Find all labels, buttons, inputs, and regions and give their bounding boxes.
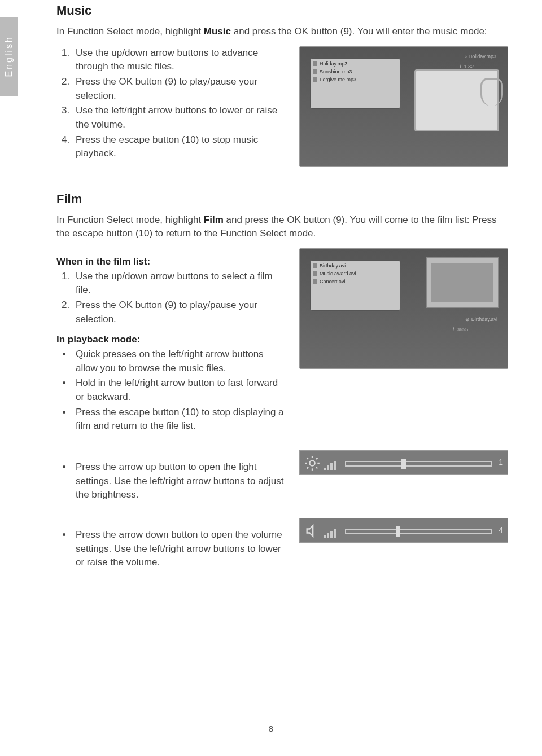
brightness-slider: 1 bbox=[299, 450, 508, 475]
step: Use the left/right arrow buttons to lowe… bbox=[72, 104, 288, 131]
film-screenshot-col: Birthday.avi Music award.avi Concert.avi… bbox=[299, 248, 508, 369]
page-number: 8 bbox=[0, 724, 542, 733]
slider-thumb bbox=[396, 526, 400, 537]
svg-line-5 bbox=[307, 458, 308, 459]
file-list-panel: Birthday.avi Music award.avi Concert.avi bbox=[310, 260, 400, 311]
film-preview bbox=[426, 257, 499, 308]
text: 3655 bbox=[457, 327, 468, 332]
bullet: Press the arrow up button to open the li… bbox=[72, 460, 288, 502]
volume-text: Press the arrow down button to open the … bbox=[56, 518, 288, 571]
bullet: Press the arrow down button to open the … bbox=[72, 528, 288, 570]
list-item: Concert.avi bbox=[311, 278, 400, 285]
brightness-icon bbox=[304, 455, 320, 471]
text-bold: Film bbox=[204, 214, 224, 225]
svg-line-8 bbox=[316, 458, 317, 459]
step: Use the up/down arrow buttons to advance… bbox=[72, 46, 288, 74]
svg-line-6 bbox=[316, 467, 317, 468]
film-screenshot: Birthday.avi Music award.avi Concert.avi… bbox=[299, 248, 508, 369]
music-steps: Use the up/down arrow buttons to advance… bbox=[56, 46, 288, 161]
volume-slider-col: 4 bbox=[299, 518, 508, 543]
list-item: Forgive me.mp3 bbox=[311, 76, 400, 83]
slider-track bbox=[345, 461, 492, 467]
level-bars bbox=[324, 529, 336, 538]
playing-file-title: ⊕ Birthday.avi bbox=[465, 317, 497, 322]
volume-slider: 4 bbox=[299, 518, 508, 543]
bullet: Press the escape button (10) to stop dis… bbox=[72, 406, 288, 433]
step: Press the OK button (9) to play/pause yo… bbox=[72, 75, 288, 103]
text: 1.32 bbox=[464, 64, 474, 69]
music-section: Music In Function Select mode, highlight… bbox=[56, 3, 508, 167]
text: and press the OK button (9). You will en… bbox=[231, 26, 487, 37]
list-item: Sunshine.mp3 bbox=[311, 68, 400, 76]
slider-track bbox=[345, 529, 492, 534]
film-section: Film In Function Select mode, highlight … bbox=[56, 192, 508, 571]
brightness-bullet-list: Press the arrow up button to open the li… bbox=[56, 460, 288, 502]
svg-point-0 bbox=[309, 460, 314, 465]
file-list-panel: Holiday.mp3 Sunshine.mp3 Forgive me.mp3 bbox=[310, 58, 400, 109]
list-item: Music award.avi bbox=[311, 270, 400, 278]
bullet: Hold in the left/right arrow button to f… bbox=[72, 376, 288, 404]
playback-bullets: Quick presses on the left/right arrow bu… bbox=[56, 348, 288, 433]
svg-line-7 bbox=[307, 467, 308, 468]
brightness-row: Press the arrow up button to open the li… bbox=[56, 450, 508, 503]
volume-row: Press the arrow down button to open the … bbox=[56, 518, 508, 571]
playback-heading: In playback mode: bbox=[56, 334, 288, 345]
film-list-steps: Use the up/down arrow buttons to select … bbox=[56, 270, 288, 327]
text: In Function Select mode, highlight bbox=[56, 214, 204, 225]
music-row: Use the up/down arrow buttons to advance… bbox=[56, 46, 508, 167]
film-heading: Film bbox=[56, 192, 508, 206]
music-intro: In Function Select mode, highlight Music… bbox=[56, 25, 508, 38]
brightness-text: Press the arrow up button to open the li… bbox=[56, 450, 288, 503]
film-list-heading: When in the film list: bbox=[56, 256, 288, 267]
music-heading: Music bbox=[56, 3, 508, 18]
brightness-value: 1 bbox=[499, 458, 503, 467]
text-bold: Music bbox=[204, 26, 231, 37]
volume-bullet-list: Press the arrow down button to open the … bbox=[56, 528, 288, 570]
list-item: Birthday.avi bbox=[311, 262, 400, 270]
step: Use the up/down arrow buttons to select … bbox=[72, 270, 288, 297]
text: In Function Select mode, highlight bbox=[56, 26, 204, 37]
level-bars bbox=[324, 461, 336, 470]
now-playing-info: i 1.32 bbox=[460, 64, 474, 69]
music-screenshot: Holiday.mp3 Sunshine.mp3 Forgive me.mp3 … bbox=[299, 46, 508, 167]
music-screenshot-col: Holiday.mp3 Sunshine.mp3 Forgive me.mp3 … bbox=[299, 46, 508, 167]
film-row-1: When in the film list: Use the up/down a… bbox=[56, 248, 508, 434]
film-left-col: When in the film list: Use the up/down a… bbox=[56, 248, 288, 434]
film-intro: In Function Select mode, highlight Film … bbox=[56, 213, 508, 240]
headphones-icon bbox=[480, 78, 503, 106]
playing-file-info: i 3655 bbox=[453, 327, 468, 332]
language-tab: English bbox=[0, 17, 18, 96]
speaker-icon bbox=[304, 523, 320, 539]
slider-thumb bbox=[401, 459, 406, 469]
now-playing-title: ♪ Holiday.mp3 bbox=[465, 54, 496, 59]
music-steps-col: Use the up/down arrow buttons to advance… bbox=[56, 46, 288, 162]
brightness-slider-col: 1 bbox=[299, 450, 508, 475]
text: Birthday.avi bbox=[471, 317, 497, 322]
text: Holiday.mp3 bbox=[469, 54, 496, 59]
volume-value: 4 bbox=[499, 525, 503, 534]
step: Press the escape button (10) to stop mus… bbox=[72, 133, 288, 161]
step: Press the OK button (9) to play/pause yo… bbox=[72, 298, 288, 326]
bullet: Quick presses on the left/right arrow bu… bbox=[72, 348, 288, 375]
language-label: English bbox=[4, 36, 14, 77]
list-item: Holiday.mp3 bbox=[311, 60, 400, 68]
